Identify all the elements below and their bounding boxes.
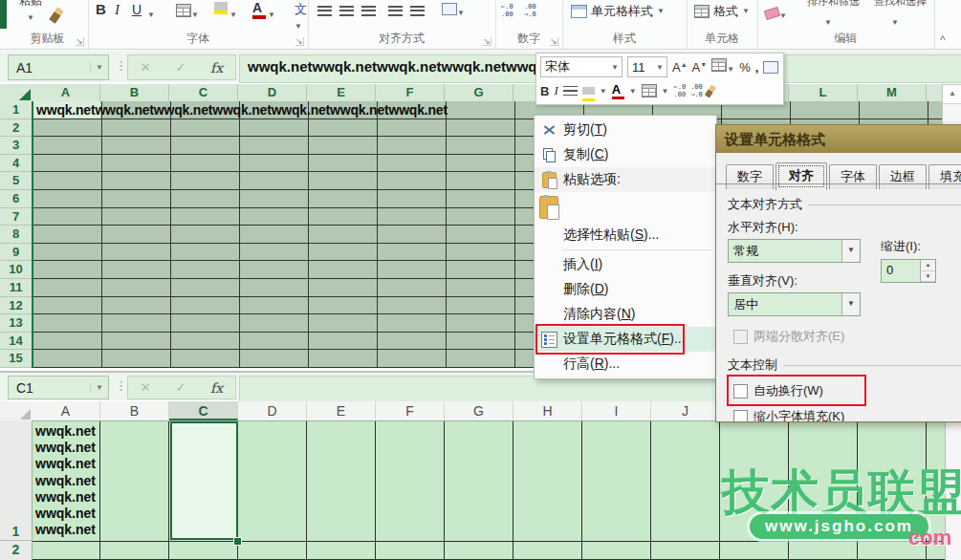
bold-button[interactable]: B <box>540 84 549 98</box>
column-header-d[interactable]: D <box>238 84 307 101</box>
row-header-2[interactable]: 2 <box>0 541 32 560</box>
font-color-button[interactable]: A <box>252 0 266 19</box>
chevron-down-icon[interactable]: ▼ <box>147 8 155 23</box>
chevron-down-icon[interactable]: ▼ <box>841 240 860 262</box>
font-name-select[interactable]: 宋体▼ <box>540 56 622 77</box>
bold-button[interactable]: B <box>96 2 106 17</box>
insert-function-icon[interactable]: fx <box>210 380 223 396</box>
scroll-up-icon[interactable]: ▲ <box>943 85 961 104</box>
cancel-icon[interactable]: ✕ <box>141 380 151 395</box>
chevron-down-icon[interactable]: ▼ <box>268 8 275 23</box>
accounting-format-button[interactable]: ▼ <box>711 58 734 75</box>
center-align-icon[interactable] <box>563 86 578 97</box>
column-header-h[interactable]: H <box>513 401 582 420</box>
fill-color-button[interactable] <box>582 81 595 101</box>
row-header-10[interactable]: 10 <box>0 261 32 279</box>
chevron-down-icon[interactable]: ▼ <box>841 293 860 315</box>
underline-button[interactable]: U <box>132 2 142 17</box>
column-header-f[interactable]: F <box>376 401 445 420</box>
checkbox-自动换行(W)[interactable]: 自动换行(W) <box>733 382 961 399</box>
enter-icon[interactable]: ✓ <box>175 380 186 395</box>
font-size-select[interactable]: 11▼ <box>627 56 667 77</box>
name-box[interactable]: C1 ▼ <box>8 376 109 399</box>
column-header-f[interactable]: F <box>376 84 445 101</box>
italic-button[interactable]: I <box>554 83 557 98</box>
enter-icon[interactable]: ✓ <box>175 60 186 75</box>
vertical-align-select[interactable]: 居中 ▼ <box>728 292 861 316</box>
column-header-l[interactable]: L <box>789 84 858 101</box>
row-header-13[interactable]: 13 <box>0 314 32 333</box>
borders-icon[interactable] <box>642 84 657 97</box>
select-all-corner[interactable] <box>0 401 33 421</box>
shrink-font-button[interactable]: A▼ <box>692 60 708 75</box>
row-header-6[interactable]: 6 <box>0 190 32 208</box>
column-header-c[interactable]: C <box>169 401 238 420</box>
dialog-launcher-icon[interactable]: ↘ <box>550 37 558 46</box>
context-menu-item[interactable]: 删除(D) <box>535 277 716 302</box>
column-header-m[interactable]: M <box>858 84 927 101</box>
context-menu-item[interactable] <box>535 192 716 223</box>
decrease-decimal-icon[interactable]: .00→.0 <box>690 83 703 98</box>
select-all-corner[interactable] <box>0 84 33 103</box>
row-header-1[interactable]: 1 <box>0 101 32 119</box>
vertical-scrollbar-top[interactable]: ▲ <box>942 84 961 126</box>
chevron-down-icon[interactable]: ▼ <box>629 87 637 96</box>
row-header-15[interactable]: 15 <box>0 350 32 368</box>
checkbox-缩小字体填充(K)[interactable]: 缩小字体填充(K) <box>733 408 961 422</box>
horizontal-align-select[interactable]: 常规 ▼ <box>728 239 861 263</box>
justify-distributed-checkbox[interactable]: 两端分散对齐(E) <box>733 328 961 345</box>
column-header-c[interactable]: C <box>169 84 238 101</box>
phonetic-button[interactable]: 文▼ <box>295 2 308 34</box>
merge-center-button[interactable]: ▼ <box>442 3 465 21</box>
dialog-launcher-icon[interactable]: ↘ <box>483 37 491 46</box>
context-menu-item[interactable]: 清除内容(N) <box>535 302 716 327</box>
row-header-4[interactable]: 4 <box>0 155 32 173</box>
row-header-1[interactable]: 1 <box>0 420 32 541</box>
row-header-9[interactable]: 9 <box>0 244 32 262</box>
increase-decimal-icon[interactable]: ←.0.00 <box>501 3 513 18</box>
row-header-7[interactable]: 7 <box>0 208 32 226</box>
merge-icon[interactable] <box>763 61 778 74</box>
context-menu-item[interactable]: 行高(R)... <box>535 352 716 377</box>
drag-dots-icon[interactable]: ⋮ <box>115 58 127 73</box>
context-menu-item[interactable]: 插入(I) <box>535 252 716 277</box>
spin-down-icon[interactable]: ▼ <box>921 271 935 283</box>
increase-decimal-icon[interactable]: ←.0.00 <box>674 83 687 98</box>
find-select-dropdown-icon[interactable]: ▼ <box>891 15 899 31</box>
percent-style-button[interactable]: % <box>739 60 751 75</box>
row-header-3[interactable]: 3 <box>0 137 32 155</box>
selected-cell-c1[interactable] <box>170 421 238 540</box>
dialog-title[interactable]: 设置单元格格式 <box>716 125 961 153</box>
row-header-2[interactable]: 2 <box>0 119 32 138</box>
column-header-a[interactable]: A <box>32 401 100 420</box>
sort-filter-dropdown-icon[interactable]: ▼ <box>824 15 832 31</box>
context-menu-item[interactable]: 粘贴选项: <box>535 167 716 192</box>
align-center-icon[interactable] <box>339 4 354 19</box>
format-button[interactable]: 格式▼ <box>694 4 750 19</box>
align-left-icon[interactable] <box>317 4 332 19</box>
chevron-down-icon[interactable]: ▼ <box>90 63 108 72</box>
context-menu-item[interactable]: 设置单元格格式(F)... <box>535 327 716 352</box>
chevron-down-icon[interactable]: ▼ <box>90 383 108 392</box>
row-header-14[interactable]: 14 <box>0 333 32 351</box>
row-header-12[interactable]: 12 <box>0 297 32 315</box>
chevron-down-icon[interactable]: ▼ <box>229 8 237 23</box>
column-header-j[interactable]: J <box>651 401 720 420</box>
row-header-5[interactable]: 5 <box>0 172 32 190</box>
context-menu-item[interactable]: 选择性粘贴(S)... <box>535 223 716 248</box>
decrease-decimal-icon[interactable]: .00→.0 <box>524 3 536 18</box>
spin-up-icon[interactable]: ▲ <box>921 260 935 271</box>
format-painter-icon[interactable] <box>705 84 716 97</box>
column-header-g[interactable]: G <box>445 401 513 420</box>
insert-function-icon[interactable]: fx <box>210 60 223 75</box>
grow-font-button[interactable]: A▲ <box>672 60 688 75</box>
column-header-g[interactable]: G <box>445 84 513 101</box>
row-header-8[interactable]: 8 <box>0 226 32 244</box>
paste-button[interactable]: 粘贴▼ <box>14 0 47 26</box>
fill-color-button[interactable] <box>214 2 228 14</box>
column-header-e[interactable]: E <box>307 84 376 101</box>
column-header-d[interactable]: D <box>238 401 307 420</box>
comma-style-button[interactable]: , <box>755 60 759 75</box>
dialog-launcher-icon[interactable]: ↘ <box>295 37 304 46</box>
row-header-11[interactable]: 11 <box>0 279 32 297</box>
